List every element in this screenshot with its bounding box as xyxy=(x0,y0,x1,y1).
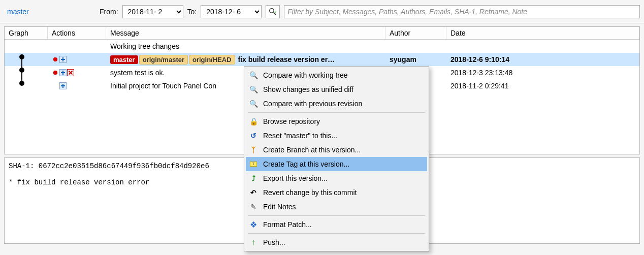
menu-item[interactable]: 🔒Browse repository xyxy=(246,114,427,129)
ref-badge: master xyxy=(110,55,138,64)
filter-input[interactable] xyxy=(284,5,640,18)
add-icon xyxy=(59,82,67,89)
menu-separator xyxy=(248,215,425,216)
details-sha-line: SHA-1: 0672cc2e03515d86c67449f936fb0dcf8… xyxy=(9,162,209,170)
branch-icon: ᛉ xyxy=(249,145,258,154)
warning-icon xyxy=(52,69,59,76)
undo-icon: ↺ xyxy=(249,131,258,140)
menu-item[interactable]: ⤴Export this version... xyxy=(246,171,427,185)
commit-date: 2018-11-2 0:29:41 xyxy=(446,81,639,91)
delete-icon xyxy=(67,69,74,76)
menu-separator xyxy=(248,233,425,234)
menu-item[interactable]: ↑Push... xyxy=(246,235,427,249)
menu-item[interactable]: ↶Revert change by this commit xyxy=(246,185,427,200)
menu-item-label: Compare with previous revision xyxy=(263,100,422,108)
magnifier-icon: 🔍 xyxy=(249,85,258,94)
edit-icon: ✎ xyxy=(249,202,258,211)
to-label: To: xyxy=(187,8,197,16)
menu-item-label: Edit Notes xyxy=(263,203,422,211)
branch-link[interactable]: master xyxy=(4,7,95,17)
app-window: master From: 2018-11- 2 To: 2018-12- 6 G… xyxy=(0,0,644,255)
magnifier-icon: 🔍 xyxy=(249,71,258,80)
from-label: From: xyxy=(100,8,118,16)
details-message-line: * fix build release version error xyxy=(9,178,149,186)
commit-row[interactable]: masterorigin/masterorigin/HEAD fix build… xyxy=(5,53,639,66)
menu-item[interactable]: 🔍Show changes as unified diff xyxy=(246,82,427,97)
commit-date: 2018-12-3 23:13:48 xyxy=(446,68,639,78)
menu-item[interactable]: ↺Reset "master" to this... xyxy=(246,129,427,143)
commit-list-header: Graph Actions Message Author Date xyxy=(5,27,639,40)
menu-separator xyxy=(248,112,425,113)
header-message[interactable]: Message xyxy=(106,27,385,39)
header-actions[interactable]: Actions xyxy=(48,27,106,39)
header-author[interactable]: Author xyxy=(385,27,446,39)
menu-item-label: Show changes as unified diff xyxy=(263,85,422,93)
tag-icon: T xyxy=(249,160,258,169)
toolbar: master From: 2018-11- 2 To: 2018-12- 6 xyxy=(0,0,644,23)
menu-item[interactable]: 🔍Compare with previous revision xyxy=(246,97,427,111)
svg-point-0 xyxy=(270,8,274,12)
export-icon: ⤴ xyxy=(249,174,258,183)
spacer-icon xyxy=(52,82,59,89)
menu-item-label: Browse repository xyxy=(263,117,422,125)
menu-item-label: Create Branch at this version... xyxy=(263,146,422,154)
magnifier-icon xyxy=(269,8,277,16)
push-icon: ↑ xyxy=(249,238,258,247)
menu-item[interactable]: ✎Edit Notes xyxy=(246,200,427,214)
menu-item-label: Create Tag at this version... xyxy=(263,160,422,168)
commit-author: syugam xyxy=(385,54,446,65)
actions-cell xyxy=(48,68,106,77)
magnifier-icon: 🔍 xyxy=(249,99,258,108)
context-menu: 🔍Compare with working tree🔍Show changes … xyxy=(244,66,429,251)
revert-icon: ↶ xyxy=(249,188,258,197)
menu-item-label: Compare with working tree xyxy=(263,71,422,79)
from-date-select[interactable]: 2018-11- 2 xyxy=(122,5,183,18)
svg-line-1 xyxy=(274,12,276,15)
menu-item-label: Export this version... xyxy=(263,174,422,182)
commit-message: masterorigin/masterorigin/HEAD fix build… xyxy=(106,54,385,66)
actions-cell xyxy=(48,81,106,90)
ref-badge: origin/HEAD xyxy=(189,55,235,65)
commit-date: 2018-12-6 9:10:14 xyxy=(446,54,639,65)
menu-item[interactable]: 🔍Compare with working tree xyxy=(246,68,427,82)
menu-item-label: Push... xyxy=(263,238,422,246)
header-graph[interactable]: Graph xyxy=(5,27,48,39)
header-date[interactable]: Date xyxy=(446,27,639,39)
working-tree-label: Working tree changes xyxy=(106,41,385,51)
to-date-select[interactable]: 2018-12- 6 xyxy=(201,5,262,18)
menu-item[interactable]: ᛉCreate Branch at this version... xyxy=(246,143,427,157)
menu-item-label: Revert change by this commit xyxy=(263,188,422,197)
add-icon xyxy=(59,56,67,63)
patch-icon: ❖ xyxy=(249,220,258,229)
menu-item[interactable]: ❖Format Patch... xyxy=(246,217,427,232)
search-button[interactable] xyxy=(266,5,280,18)
ref-badge: origin/master xyxy=(139,55,188,65)
browse-icon: 🔒 xyxy=(249,117,258,126)
working-tree-row[interactable]: Working tree changes xyxy=(5,40,639,53)
actions-cell xyxy=(48,55,106,64)
menu-item-label: Reset "master" to this... xyxy=(263,132,422,140)
svg-line-2 xyxy=(275,11,276,13)
add-icon xyxy=(59,69,67,76)
menu-item-label: Format Patch... xyxy=(263,220,422,229)
menu-item[interactable]: TCreate Tag at this version... xyxy=(246,157,427,171)
warning-icon xyxy=(52,56,59,63)
